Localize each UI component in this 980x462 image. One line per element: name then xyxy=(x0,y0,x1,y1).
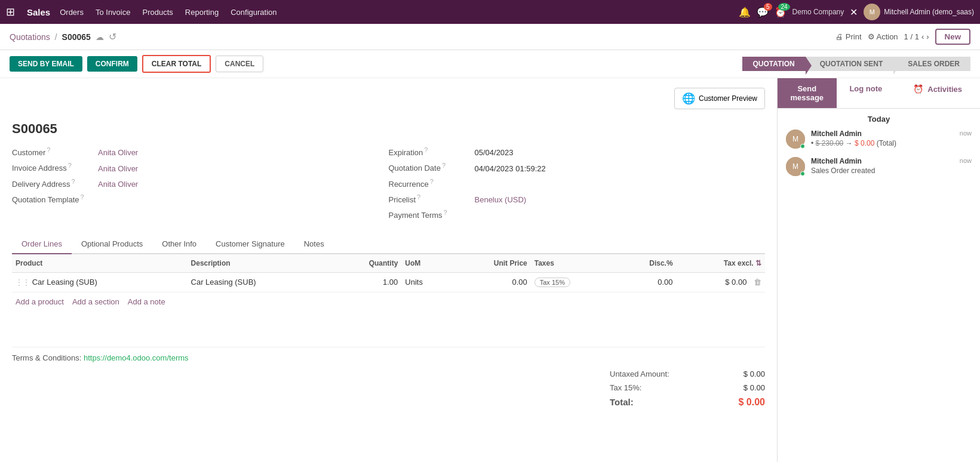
row-disc[interactable]: 0.00 xyxy=(616,272,676,292)
chat-user-1: Mitchell Admin xyxy=(811,130,862,138)
user-name: Mitchell Admin (demo_saas) xyxy=(884,8,974,16)
online-indicator xyxy=(800,144,805,149)
clear-total-button[interactable]: CLEAR TOTAL xyxy=(142,55,211,73)
chat-header-1: Mitchell Admin now xyxy=(811,130,972,138)
tab-notes[interactable]: Notes xyxy=(294,235,334,254)
send-by-email-button[interactable]: SEND BY EMAIL xyxy=(10,56,82,72)
new-button[interactable]: New xyxy=(935,29,970,45)
print-icon[interactable]: 🖨 Print xyxy=(835,32,861,41)
cloud-icon: ☁ xyxy=(96,32,104,42)
chat-icon-badge[interactable]: 💬 5 xyxy=(757,7,769,18)
payment-terms-label: Payment Terms? xyxy=(389,209,472,220)
action-bar: Quotations / S00065 ☁ ↺ 🖨 Print ⚙ Action… xyxy=(0,24,980,50)
app-name[interactable]: Sales xyxy=(27,7,50,17)
delete-row-icon[interactable]: 🗑 xyxy=(754,278,761,287)
row-quantity[interactable]: 1.00 xyxy=(330,272,402,292)
clock-badge: 24 xyxy=(778,3,789,11)
nav-products[interactable]: Products xyxy=(142,8,173,17)
old-total: $ 230.00 xyxy=(816,139,844,147)
left-fields: Customer? Anita Oliver Invoice Address? … xyxy=(12,146,389,225)
cancel-button[interactable]: CANCEL xyxy=(216,56,263,72)
expiration-row: Expiration? 05/04/2023 xyxy=(389,146,766,157)
add-product-link[interactable]: Add a product xyxy=(16,297,64,306)
tab-customer-signature[interactable]: Customer Signature xyxy=(206,235,294,254)
untaxed-row: Untaxed Amount: $ 0.00 xyxy=(610,368,765,380)
status-quotation-sent[interactable]: QUOTATION SENT xyxy=(806,57,894,71)
quotation-date-value: 04/04/2023 01:59:22 xyxy=(475,164,546,173)
row-product[interactable]: ⋮⋮ Car Leasing (SUB) xyxy=(12,272,188,292)
terms-totals-section: Terms & Conditions: https://demo4.odoo.c… xyxy=(12,347,765,411)
untaxed-value: $ 0.00 xyxy=(723,369,765,378)
pagination-text: 1 / 1 xyxy=(904,32,919,41)
action-button[interactable]: ⚙ Action xyxy=(868,32,898,41)
col-unit-price: Unit Price xyxy=(451,254,531,273)
delivery-address-label: Delivery Address? xyxy=(12,178,96,189)
row-description[interactable]: Car Leasing (SUB) xyxy=(188,272,330,292)
add-section-link[interactable]: Add a section xyxy=(72,297,119,306)
terms-section: Terms & Conditions: https://demo4.odoo.c… xyxy=(12,347,765,362)
user-avatar: M xyxy=(864,4,880,20)
next-icon[interactable]: › xyxy=(926,32,929,41)
terms-link[interactable]: https://demo4.odoo.com/terms xyxy=(84,353,189,362)
log-note-tab[interactable]: Log note xyxy=(837,78,896,108)
activities-tab[interactable]: ⏰ Activities xyxy=(895,78,980,108)
tab-optional-products[interactable]: Optional Products xyxy=(72,235,152,254)
avatar-1: M xyxy=(786,130,805,149)
breadcrumb-separator: / xyxy=(55,32,57,42)
avatar-2: M xyxy=(786,157,805,176)
add-links: Add a product Add a section Add a note xyxy=(12,292,765,311)
send-message-tab[interactable]: Send message xyxy=(778,78,837,108)
online-indicator-2 xyxy=(800,171,805,176)
nav-configuration[interactable]: Configuration xyxy=(231,8,277,17)
chat-time-2: now xyxy=(960,157,972,165)
customer-preview-label: Customer Preview xyxy=(699,94,757,103)
tab-order-lines[interactable]: Order Lines xyxy=(12,235,72,254)
right-panel: Send message Log note ⏰ Activities Today… xyxy=(777,78,980,462)
add-note-link[interactable]: Add a note xyxy=(128,297,165,306)
totals-section: Untaxed Amount: $ 0.00 Tax 15%: $ 0.00 T… xyxy=(610,368,765,411)
recurrence-row: Recurrence? xyxy=(389,178,766,189)
chat-content-1: Mitchell Admin now • $ 230.00 → $ 0.00 (… xyxy=(811,130,972,149)
drag-handle-icon[interactable]: ⋮⋮ xyxy=(16,278,30,287)
nav-reporting[interactable]: Reporting xyxy=(185,8,219,17)
customer-preview-button[interactable]: 🌐 Customer Preview xyxy=(674,88,765,109)
pricelist-value[interactable]: Benelux (USD) xyxy=(475,195,527,204)
refresh-icon[interactable]: ↺ xyxy=(109,31,116,42)
app-grid-icon[interactable]: ⊞ xyxy=(6,5,15,19)
row-taxes: Tax 15% xyxy=(531,272,616,292)
clock-icon-badge[interactable]: ⏰ 24 xyxy=(775,7,787,18)
customer-value[interactable]: Anita Oliver xyxy=(98,148,138,157)
row-uom[interactable]: Units xyxy=(401,272,450,292)
main-layout: 🌐 Customer Preview S00065 Customer? Anit… xyxy=(0,78,980,462)
settings-icon[interactable]: ✕ xyxy=(850,7,858,18)
breadcrumb-parent[interactable]: Quotations xyxy=(10,32,50,42)
breadcrumb: Quotations / S00065 ☁ ↺ xyxy=(10,31,116,42)
globe-icon: 🌐 xyxy=(682,92,695,105)
content-area: 🌐 Customer Preview S00065 Customer? Anit… xyxy=(0,78,777,462)
status-quotation[interactable]: QUOTATION xyxy=(742,57,806,71)
bell-icon[interactable]: 🔔 xyxy=(739,7,751,18)
nav-to-invoice[interactable]: To Invoice xyxy=(96,8,131,17)
tab-other-info[interactable]: Other Info xyxy=(152,235,206,254)
confirm-button[interactable]: CONFIRM xyxy=(87,56,137,72)
expiration-value[interactable]: 05/04/2023 xyxy=(475,148,514,157)
expiration-label: Expiration? xyxy=(389,146,472,157)
nav-items: Orders To Invoice Products Reporting Con… xyxy=(60,8,729,17)
terms-label: Terms & Conditions: https://demo4.odoo.c… xyxy=(12,353,189,362)
pagination: 1 / 1 ‹ › xyxy=(904,32,929,41)
right-panel-tabs: Send message Log note ⏰ Activities xyxy=(778,78,980,109)
recurrence-label: Recurrence? xyxy=(389,178,472,189)
prev-icon[interactable]: ‹ xyxy=(921,32,924,41)
total-row: Total: $ 0.00 xyxy=(610,396,765,409)
user-section[interactable]: M Mitchell Admin (demo_saas) xyxy=(864,4,974,20)
tax-badge[interactable]: Tax 15% xyxy=(534,278,570,287)
row-unit-price[interactable]: 0.00 xyxy=(451,272,531,292)
status-sales-order[interactable]: SALES ORDER xyxy=(893,57,970,71)
quotation-template-row: Quotation Template? xyxy=(12,193,389,204)
col-taxes: Taxes xyxy=(531,254,616,273)
nav-orders[interactable]: Orders xyxy=(60,8,84,17)
invoice-address-value[interactable]: Anita Oliver xyxy=(98,164,138,173)
delivery-address-value[interactable]: Anita Oliver xyxy=(98,180,138,189)
pricelist-label: Pricelist? xyxy=(389,193,472,204)
col-quantity: Quantity xyxy=(330,254,402,273)
